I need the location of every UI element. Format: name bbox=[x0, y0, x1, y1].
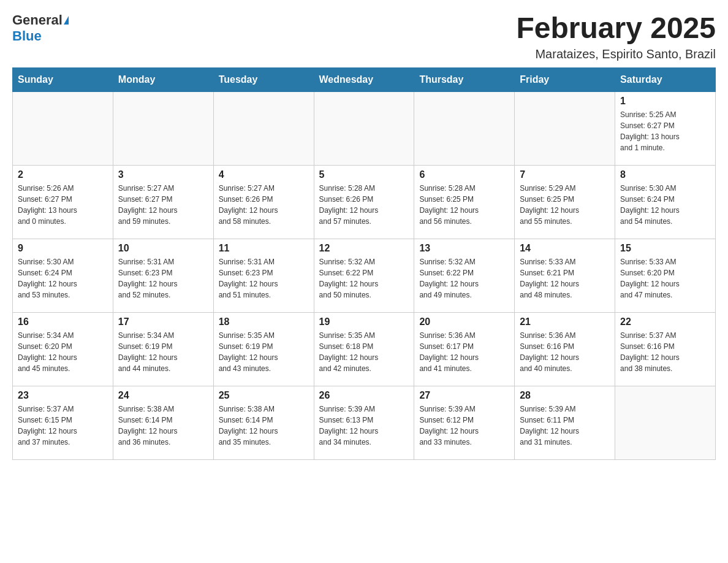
day-info: Sunrise: 5:30 AM Sunset: 6:24 PM Dayligh… bbox=[18, 256, 108, 301]
day-info: Sunrise: 5:37 AM Sunset: 6:16 PM Dayligh… bbox=[620, 330, 710, 374]
day-number: 6 bbox=[419, 169, 509, 180]
day-info: Sunrise: 5:30 AM Sunset: 6:24 PM Dayligh… bbox=[620, 183, 710, 227]
day-info: Sunrise: 5:36 AM Sunset: 6:17 PM Dayligh… bbox=[419, 330, 509, 374]
calendar-cell: 21Sunrise: 5:36 AM Sunset: 6:16 PM Dayli… bbox=[515, 312, 615, 386]
day-info: Sunrise: 5:35 AM Sunset: 6:18 PM Dayligh… bbox=[319, 330, 409, 374]
day-number: 18 bbox=[219, 316, 309, 327]
calendar-cell: 4Sunrise: 5:27 AM Sunset: 6:26 PM Daylig… bbox=[213, 165, 314, 239]
calendar-cell: 8Sunrise: 5:30 AM Sunset: 6:24 PM Daylig… bbox=[615, 165, 716, 239]
day-info: Sunrise: 5:28 AM Sunset: 6:25 PM Dayligh… bbox=[419, 183, 509, 227]
day-number: 16 bbox=[18, 316, 108, 327]
day-number: 14 bbox=[520, 243, 610, 254]
day-info: Sunrise: 5:31 AM Sunset: 6:23 PM Dayligh… bbox=[219, 256, 309, 301]
logo-blue-text: Blue bbox=[12, 28, 42, 44]
day-number: 27 bbox=[419, 390, 509, 401]
day-info: Sunrise: 5:39 AM Sunset: 6:13 PM Dayligh… bbox=[319, 404, 409, 448]
day-number: 15 bbox=[620, 243, 710, 254]
day-number: 5 bbox=[319, 169, 409, 180]
calendar-week-row: 2Sunrise: 5:26 AM Sunset: 6:27 PM Daylig… bbox=[13, 165, 716, 239]
calendar-cell: 5Sunrise: 5:28 AM Sunset: 6:26 PM Daylig… bbox=[314, 165, 414, 239]
day-info: Sunrise: 5:27 AM Sunset: 6:27 PM Dayligh… bbox=[118, 183, 208, 227]
day-number: 1 bbox=[620, 96, 710, 107]
calendar-cell bbox=[314, 91, 414, 165]
day-info: Sunrise: 5:35 AM Sunset: 6:19 PM Dayligh… bbox=[219, 330, 309, 374]
month-title: February 2025 bbox=[516, 12, 716, 45]
day-number: 7 bbox=[520, 169, 610, 180]
day-number: 10 bbox=[118, 243, 208, 254]
day-number: 28 bbox=[520, 390, 610, 401]
calendar-cell: 15Sunrise: 5:33 AM Sunset: 6:20 PM Dayli… bbox=[615, 239, 716, 312]
calendar-cell: 23Sunrise: 5:37 AM Sunset: 6:15 PM Dayli… bbox=[13, 386, 113, 459]
weekday-header-saturday: Saturday bbox=[615, 67, 716, 91]
weekday-header-friday: Friday bbox=[515, 67, 615, 91]
day-info: Sunrise: 5:34 AM Sunset: 6:20 PM Dayligh… bbox=[18, 330, 108, 374]
page-header: General Blue February 2025 Marataizes, E… bbox=[12, 12, 716, 61]
day-info: Sunrise: 5:39 AM Sunset: 6:12 PM Dayligh… bbox=[419, 404, 509, 448]
day-number: 23 bbox=[18, 390, 108, 401]
day-number: 21 bbox=[520, 316, 610, 327]
calendar-cell: 20Sunrise: 5:36 AM Sunset: 6:17 PM Dayli… bbox=[414, 312, 515, 386]
day-number: 12 bbox=[319, 243, 409, 254]
calendar-cell: 12Sunrise: 5:32 AM Sunset: 6:22 PM Dayli… bbox=[314, 239, 414, 312]
calendar-cell bbox=[515, 91, 615, 165]
weekday-header-row: SundayMondayTuesdayWednesdayThursdayFrid… bbox=[13, 67, 716, 91]
logo: General Blue bbox=[12, 12, 69, 44]
day-info: Sunrise: 5:27 AM Sunset: 6:26 PM Dayligh… bbox=[219, 183, 309, 227]
calendar-cell: 26Sunrise: 5:39 AM Sunset: 6:13 PM Dayli… bbox=[314, 386, 414, 459]
weekday-header-wednesday: Wednesday bbox=[314, 67, 414, 91]
calendar-cell bbox=[13, 91, 113, 165]
calendar-cell: 22Sunrise: 5:37 AM Sunset: 6:16 PM Dayli… bbox=[615, 312, 716, 386]
day-number: 19 bbox=[319, 316, 409, 327]
day-info: Sunrise: 5:38 AM Sunset: 6:14 PM Dayligh… bbox=[118, 404, 208, 448]
day-info: Sunrise: 5:34 AM Sunset: 6:19 PM Dayligh… bbox=[118, 330, 208, 374]
calendar-cell: 28Sunrise: 5:39 AM Sunset: 6:11 PM Dayli… bbox=[515, 386, 615, 459]
day-info: Sunrise: 5:36 AM Sunset: 6:16 PM Dayligh… bbox=[520, 330, 610, 374]
calendar-cell: 10Sunrise: 5:31 AM Sunset: 6:23 PM Dayli… bbox=[113, 239, 213, 312]
calendar-table: SundayMondayTuesdayWednesdayThursdayFrid… bbox=[12, 67, 716, 460]
location: Marataizes, Espirito Santo, Brazil bbox=[516, 47, 716, 61]
day-info: Sunrise: 5:33 AM Sunset: 6:20 PM Dayligh… bbox=[620, 256, 710, 301]
day-info: Sunrise: 5:32 AM Sunset: 6:22 PM Dayligh… bbox=[419, 256, 509, 301]
calendar-cell bbox=[414, 91, 515, 165]
calendar-cell: 3Sunrise: 5:27 AM Sunset: 6:27 PM Daylig… bbox=[113, 165, 213, 239]
day-info: Sunrise: 5:37 AM Sunset: 6:15 PM Dayligh… bbox=[18, 404, 108, 448]
calendar-cell: 19Sunrise: 5:35 AM Sunset: 6:18 PM Dayli… bbox=[314, 312, 414, 386]
day-number: 22 bbox=[620, 316, 710, 327]
day-number: 2 bbox=[18, 169, 108, 180]
day-info: Sunrise: 5:28 AM Sunset: 6:26 PM Dayligh… bbox=[319, 183, 409, 227]
day-info: Sunrise: 5:39 AM Sunset: 6:11 PM Dayligh… bbox=[520, 404, 610, 448]
calendar-cell: 27Sunrise: 5:39 AM Sunset: 6:12 PM Dayli… bbox=[414, 386, 515, 459]
calendar-cell: 2Sunrise: 5:26 AM Sunset: 6:27 PM Daylig… bbox=[13, 165, 113, 239]
weekday-header-sunday: Sunday bbox=[13, 67, 113, 91]
calendar-week-row: 23Sunrise: 5:37 AM Sunset: 6:15 PM Dayli… bbox=[13, 386, 716, 459]
calendar-cell: 14Sunrise: 5:33 AM Sunset: 6:21 PM Dayli… bbox=[515, 239, 615, 312]
day-number: 25 bbox=[219, 390, 309, 401]
calendar-cell: 9Sunrise: 5:30 AM Sunset: 6:24 PM Daylig… bbox=[13, 239, 113, 312]
day-number: 3 bbox=[118, 169, 208, 180]
calendar-cell: 1Sunrise: 5:25 AM Sunset: 6:27 PM Daylig… bbox=[615, 91, 716, 165]
calendar-cell: 13Sunrise: 5:32 AM Sunset: 6:22 PM Dayli… bbox=[414, 239, 515, 312]
title-block: February 2025 Marataizes, Espirito Santo… bbox=[516, 12, 716, 61]
day-number: 26 bbox=[319, 390, 409, 401]
weekday-header-tuesday: Tuesday bbox=[213, 67, 314, 91]
day-number: 24 bbox=[118, 390, 208, 401]
day-number: 20 bbox=[419, 316, 509, 327]
day-number: 8 bbox=[620, 169, 710, 180]
calendar-cell bbox=[213, 91, 314, 165]
calendar-cell: 6Sunrise: 5:28 AM Sunset: 6:25 PM Daylig… bbox=[414, 165, 515, 239]
calendar-cell: 24Sunrise: 5:38 AM Sunset: 6:14 PM Dayli… bbox=[113, 386, 213, 459]
calendar-cell: 17Sunrise: 5:34 AM Sunset: 6:19 PM Dayli… bbox=[113, 312, 213, 386]
day-info: Sunrise: 5:32 AM Sunset: 6:22 PM Dayligh… bbox=[319, 256, 409, 301]
calendar-cell: 25Sunrise: 5:38 AM Sunset: 6:14 PM Dayli… bbox=[213, 386, 314, 459]
day-info: Sunrise: 5:33 AM Sunset: 6:21 PM Dayligh… bbox=[520, 256, 610, 301]
calendar-week-row: 9Sunrise: 5:30 AM Sunset: 6:24 PM Daylig… bbox=[13, 239, 716, 312]
weekday-header-thursday: Thursday bbox=[414, 67, 515, 91]
day-info: Sunrise: 5:38 AM Sunset: 6:14 PM Dayligh… bbox=[219, 404, 309, 448]
calendar-cell: 7Sunrise: 5:29 AM Sunset: 6:25 PM Daylig… bbox=[515, 165, 615, 239]
calendar-cell: 16Sunrise: 5:34 AM Sunset: 6:20 PM Dayli… bbox=[13, 312, 113, 386]
weekday-header-monday: Monday bbox=[113, 67, 213, 91]
logo-general-text: General bbox=[12, 12, 63, 28]
day-number: 17 bbox=[118, 316, 208, 327]
day-info: Sunrise: 5:26 AM Sunset: 6:27 PM Dayligh… bbox=[18, 183, 108, 227]
calendar-cell bbox=[113, 91, 213, 165]
